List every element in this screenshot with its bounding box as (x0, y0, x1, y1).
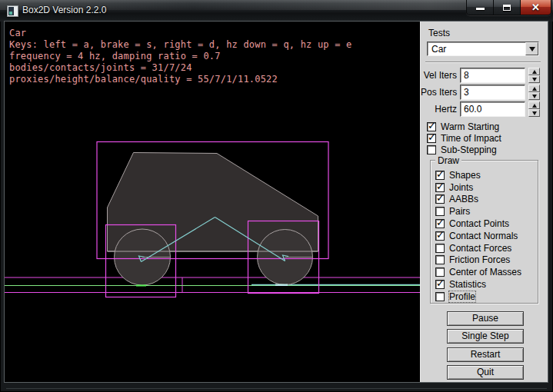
test-select-value: Car (431, 44, 446, 55)
triangle-up-icon (532, 87, 537, 91)
statistics-label: Statistics (449, 279, 486, 290)
draw-group-label: Draw (435, 155, 461, 166)
checkbox-contact-forces[interactable] (435, 244, 445, 253)
checkmark-icon: ✓ (428, 131, 436, 143)
vel-iters-spinner (528, 68, 540, 83)
pos-iters-spinner-down[interactable] (528, 92, 540, 100)
contact-forces-label: Contact Forces (449, 243, 511, 254)
minimize-button[interactable] (467, 0, 494, 15)
vel-iters-spinner-up[interactable] (528, 68, 540, 75)
quit-button[interactable]: Quit (447, 365, 524, 380)
restart-button[interactable]: Restart (447, 347, 524, 362)
checkbox-statistics[interactable]: ✓ (435, 280, 445, 289)
checkbox-profile[interactable] (435, 292, 445, 301)
hertz-spinner (528, 101, 540, 117)
front-contact-point (275, 284, 288, 287)
checkmark-icon: ✓ (436, 217, 445, 228)
checkbox-shapes[interactable]: ✓ (435, 171, 445, 180)
title-bar[interactable]: Box2D Version 2.2.0 ✕ (0, 0, 553, 22)
shapes-label: Shapes (449, 170, 481, 181)
time-of-impact-label: Time of Impact (441, 133, 501, 144)
triangle-up-icon (532, 70, 537, 74)
stats-line: proxies/height/balance/quality = 55/7/1/… (9, 74, 351, 85)
rear-contact-point (136, 285, 146, 287)
checkbox-contact-normals[interactable]: ✓ (435, 231, 445, 241)
hertz-label: Hertz (421, 104, 457, 115)
window-title: Box2D Version 2.2.0 (22, 0, 106, 21)
stats-line: Car (9, 28, 351, 39)
checkmark-icon: ✓ (428, 120, 436, 131)
triangle-down-icon (532, 78, 537, 81)
checkmark-icon: ✓ (436, 192, 445, 204)
pos-iters-spinner-up[interactable] (528, 85, 540, 92)
test-select-dropdown[interactable]: Car (427, 42, 539, 56)
control-panel: Tests Car Vel ItersPos ItersHertz ✓Warm … (420, 22, 548, 382)
checkmark-icon: ✓ (436, 168, 445, 180)
vel-iters-spinner-down[interactable] (528, 75, 540, 83)
app-icon-dot (9, 12, 12, 15)
window-controls: ✕ (466, 0, 551, 15)
minimize-icon (476, 8, 485, 10)
joints-label: Joints (449, 182, 473, 193)
simulation-canvas[interactable]: CarKeys: left = a, brake = s, right = d,… (5, 22, 420, 382)
contact-points-label: Contact Points (449, 218, 509, 229)
profile-label: Profile (449, 291, 475, 302)
friction-forces-label: Friction Forces (449, 254, 510, 265)
checkbox-center-of-masses[interactable] (435, 267, 445, 277)
stats-line: frequency = 4 hz, damping ratio = 0.7 (9, 51, 351, 62)
checkbox-aabbs[interactable]: ✓ (435, 194, 445, 204)
checkmark-icon: ✓ (436, 277, 445, 289)
close-button[interactable]: ✕ (521, 0, 551, 15)
maximize-icon (503, 5, 511, 11)
checkbox-sub-stepping[interactable] (427, 145, 436, 154)
window-content: CarKeys: left = a, brake = s, right = d,… (5, 22, 548, 382)
chevron-down-icon (529, 47, 535, 51)
tests-label: Tests (428, 28, 450, 38)
pause-button[interactable]: Pause (447, 311, 524, 326)
checkbox-contact-points[interactable]: ✓ (435, 219, 445, 228)
hertz-spinner-up[interactable] (528, 101, 540, 109)
center-of-masses-label: Center of Masses (449, 267, 521, 277)
checkmark-icon: ✓ (436, 181, 445, 192)
separator (425, 61, 541, 63)
aabbs-label: AABBs (449, 194, 478, 204)
pairs-label: Pairs (449, 206, 470, 217)
stats-overlay: CarKeys: left = a, brake = s, right = d,… (9, 28, 351, 85)
single-step-button[interactable]: Single Step (447, 329, 524, 344)
close-icon: ✕ (531, 1, 540, 14)
app-icon (7, 5, 18, 17)
dropdown-arrow-button[interactable] (525, 42, 538, 55)
triangle-up-icon (532, 104, 537, 108)
checkbox-friction-forces[interactable] (435, 255, 445, 264)
contact-normals-label: Contact Normals (449, 231, 518, 241)
stats-line: Keys: left = a, brake = s, right = d, hz… (9, 39, 351, 51)
checkbox-pairs[interactable] (435, 207, 445, 216)
maximize-button[interactable] (494, 0, 521, 15)
checkbox-time-of-impact[interactable]: ✓ (427, 134, 436, 143)
triangle-down-icon (532, 95, 537, 98)
checkbox-joints[interactable]: ✓ (435, 183, 445, 192)
app-window: Box2D Version 2.2.0 ✕ (0, 0, 553, 392)
triangle-down-icon (532, 111, 537, 115)
hertz-spinner-down[interactable] (528, 109, 540, 117)
warm-starting-label: Warm Starting (441, 121, 499, 132)
pos-iters-input[interactable] (460, 85, 525, 100)
sub-stepping-label: Sub-Stepping (441, 145, 497, 155)
vel-iters-label: Vel Iters (421, 70, 457, 81)
checkmark-icon: ✓ (436, 229, 445, 241)
pos-iters-spinner (528, 85, 540, 100)
vel-iters-input[interactable] (460, 68, 525, 83)
hertz-input[interactable] (460, 101, 525, 117)
checkbox-warm-starting[interactable]: ✓ (427, 122, 436, 131)
pos-iters-label: Pos Iters (421, 87, 457, 98)
stats-line: bodies/contacts/joints = 31/7/24 (9, 62, 351, 74)
